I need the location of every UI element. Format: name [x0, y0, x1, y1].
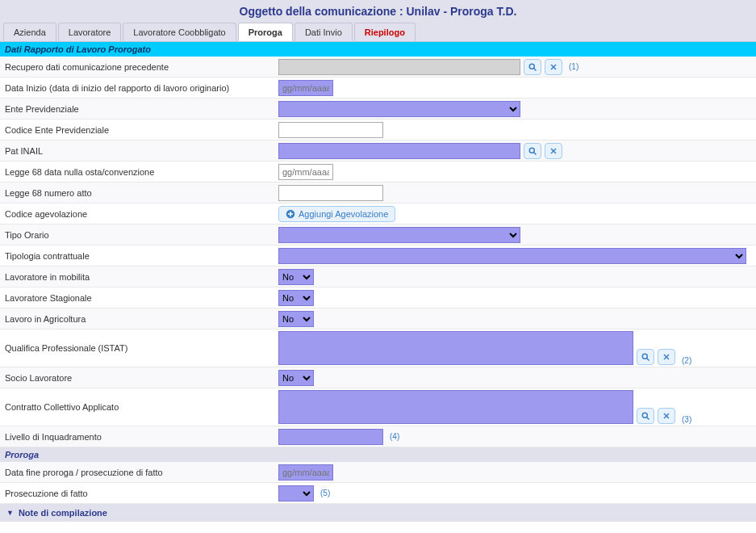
footnote-5: (5) [320, 489, 330, 497]
row-tipo-orario: Tipo Orario [0, 225, 756, 246]
label-tipo-orario: Tipo Orario [0, 230, 278, 240]
svg-point-0 [529, 64, 534, 69]
clear-button[interactable] [658, 349, 675, 365]
footnote-2: (2) [682, 356, 691, 365]
search-button[interactable] [637, 408, 654, 424]
tab-lavoratore[interactable]: Lavoratore [58, 23, 122, 41]
section-dati-rapporto: Dati Rapporto di Lavoro Prorogato [0, 42, 756, 57]
clear-button[interactable] [658, 408, 675, 424]
search-icon [641, 352, 650, 362]
tab-dati-invio[interactable]: Dati Invio [294, 23, 353, 41]
add-agevolazione-button[interactable]: Aggiungi Agevolazione [278, 206, 395, 222]
livello-input[interactable] [278, 429, 383, 445]
tab-coobbligato[interactable]: Lavoratore Coobbligato [123, 23, 236, 41]
search-icon [641, 411, 650, 421]
section-proroga: Proroga [0, 447, 756, 462]
search-button[interactable] [524, 143, 541, 159]
data-fine-input[interactable] [278, 464, 333, 481]
svg-point-4 [529, 148, 534, 153]
row-ente-previdenziale: Ente Previdenziale [0, 99, 756, 120]
label-ccnl: Contratto Collettivo Applicato [0, 402, 278, 412]
label-prosecuzione: Prosecuzione di fatto [0, 489, 278, 498]
row-livello: Livello di Inquadramento (4) [0, 426, 756, 447]
tipologia-select[interactable] [278, 248, 746, 264]
label-legge68-data: Legge 68 data nulla osta/convenzione [0, 167, 278, 177]
label-lav-stagionale: Lavoratore Stagionale [0, 293, 278, 303]
row-data-fine: Data fine proroga / prosecuzione di fatt… [0, 462, 756, 483]
recupero-input[interactable] [278, 59, 520, 75]
note-compilazione-bar[interactable]: ▼ Note di compilazione [0, 504, 756, 522]
tabs-bar: Azienda Lavoratore Lavoratore Coobbligat… [0, 23, 756, 42]
ente-prev-select[interactable] [278, 101, 520, 117]
row-pat-inail: Pat INAIL [0, 141, 756, 162]
tab-proroga[interactable]: Proroga [238, 23, 293, 41]
socio-select[interactable]: No [278, 370, 314, 386]
row-qualifica: Qualifica Professionale (ISTAT) (2) [0, 329, 756, 367]
qualifica-textarea[interactable] [278, 331, 633, 365]
note-label: Note di compilazione [19, 508, 107, 518]
svg-line-12 [647, 359, 649, 361]
row-lav-mobilita: Lavoratore in mobilita No [0, 266, 756, 287]
row-lav-agricoltura: Lavoro in Agricoltura No [0, 308, 756, 329]
footnote-4: (4) [390, 432, 399, 441]
page-header: Oggetto della comunicazione : Unilav - P… [0, 0, 756, 23]
tipo-orario-select[interactable] [278, 227, 520, 243]
clear-button[interactable] [545, 59, 562, 75]
add-agev-label: Aggiungi Agevolazione [299, 209, 388, 219]
svg-line-5 [534, 152, 537, 154]
close-icon [662, 352, 671, 362]
legge68-data-input[interactable] [278, 164, 333, 180]
svg-line-16 [647, 418, 649, 420]
row-socio: Socio Lavoratore No [0, 367, 756, 388]
lav-stagionale-select[interactable]: No [278, 290, 314, 306]
tab-riepilogo[interactable]: Riepilogo [354, 23, 416, 41]
legge68-num-input[interactable] [278, 185, 383, 201]
row-prosecuzione: Prosecuzione di fatto (5) [0, 483, 756, 504]
close-icon [549, 62, 558, 72]
row-cod-agevolazione: Codice agevolazione Aggiungi Agevolazion… [0, 204, 756, 225]
label-lav-mobilita: Lavoratore in mobilita [0, 272, 278, 282]
row-ccnl: Contratto Collettivo Applicato (3) [0, 388, 756, 426]
row-legge68-num: Legge 68 numero atto [0, 183, 756, 204]
lav-mobilita-select[interactable]: No [278, 269, 314, 285]
footnote-3: (3) [682, 415, 691, 424]
label-socio: Socio Lavoratore [0, 373, 278, 383]
data-inizio-input[interactable] [278, 80, 333, 96]
label-ente-prev: Ente Previdenziale [0, 104, 278, 114]
search-icon [528, 146, 537, 156]
label-recupero: Recupero dati comunicazione precedente [0, 62, 278, 72]
pat-inail-input[interactable] [278, 143, 520, 159]
label-lav-agricoltura: Lavoro in Agricoltura [0, 314, 278, 324]
chevron-down-icon: ▼ [6, 509, 14, 517]
plus-icon [286, 209, 295, 219]
close-icon [549, 146, 558, 156]
prosecuzione-select[interactable] [278, 485, 314, 502]
label-cod-agev: Codice agevolazione [0, 209, 278, 219]
row-recupero: Recupero dati comunicazione precedente (… [0, 57, 756, 78]
label-legge68-num: Legge 68 numero atto [0, 188, 278, 198]
label-tipologia: Tipologia contrattuale [0, 251, 278, 261]
search-button[interactable] [637, 349, 654, 365]
search-button[interactable] [524, 59, 541, 75]
label-qualifica: Qualifica Professionale (ISTAT) [0, 343, 278, 353]
clear-button[interactable] [545, 143, 562, 159]
row-tipologia: Tipologia contrattuale [0, 246, 756, 266]
label-data-fine: Data fine proroga / prosecuzione di fatt… [0, 468, 278, 477]
ccnl-textarea[interactable] [278, 390, 633, 424]
lav-agricoltura-select[interactable]: No [278, 311, 314, 327]
label-codice-ente: Codice Ente Previdenziale [0, 125, 278, 135]
label-livello: Livello di Inquadramento [0, 432, 278, 442]
tab-azienda[interactable]: Azienda [3, 23, 56, 41]
close-icon [662, 411, 671, 421]
row-lav-stagionale: Lavoratore Stagionale No [0, 287, 756, 308]
row-data-inizio: Data Inizio (data di inizio del rapporto… [0, 78, 756, 99]
svg-point-15 [642, 413, 647, 418]
row-codice-ente: Codice Ente Previdenziale [0, 120, 756, 141]
svg-line-1 [534, 68, 537, 70]
page-title: Oggetto della comunicazione : Unilav - P… [0, 5, 756, 18]
row-legge68-data: Legge 68 data nulla osta/convenzione [0, 162, 756, 183]
codice-ente-input[interactable] [278, 122, 383, 138]
footnote-1: (1) [569, 62, 578, 71]
search-icon [528, 62, 537, 72]
svg-point-11 [642, 354, 647, 359]
